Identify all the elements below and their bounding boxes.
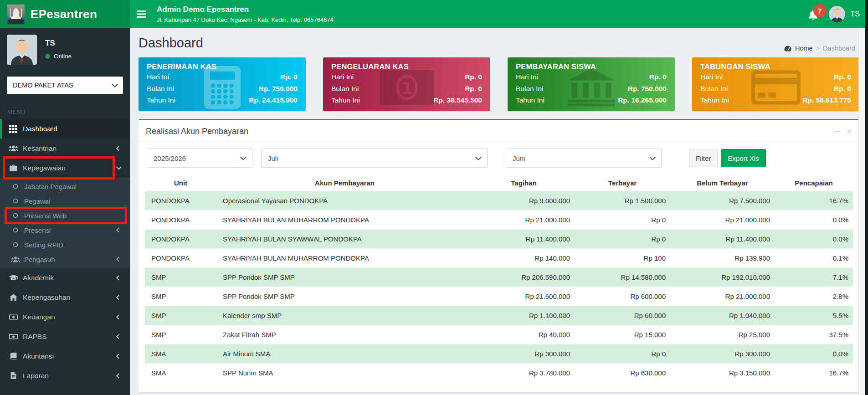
sidebar-item-kesantrian[interactable]: Kesantrian: [0, 139, 130, 158]
institution-address: Jl. Kahuripan 47 Doko Kec. Ngasem - Kab.…: [157, 16, 334, 23]
stat-label: Bulan Ini: [331, 83, 359, 95]
sidebar-item-akuntansi[interactable]: Akuntansi: [0, 346, 130, 366]
stat-label: Tahun Ini: [331, 94, 360, 106]
brand-name: EPesantren: [31, 7, 97, 21]
sidebar-item-dashboard[interactable]: Dashboard: [0, 119, 130, 139]
table-cell: Zakat Fitrah SMP: [216, 325, 473, 344]
sidebar-item-label: Setting RFID: [24, 241, 63, 249]
table-cell: Rp 0: [575, 210, 670, 230]
user-avatar: [829, 6, 845, 22]
table-cell: PONDOKPA: [145, 210, 216, 230]
sidebar-item-kepengasuhan[interactable]: Kepengasuhan: [0, 287, 130, 307]
table-cell: Rp 600.000: [575, 287, 670, 306]
close-icon[interactable]: [847, 129, 852, 134]
user-menu-button[interactable]: TS: [829, 6, 860, 22]
table-cell: 0.0%: [775, 344, 853, 364]
table-cell: Rp 25.000: [670, 325, 775, 344]
collapse-icon[interactable]: [834, 128, 840, 134]
month-from-value: Juli: [268, 154, 278, 162]
menu-section-header: MENU: [7, 108, 130, 115]
table-cell: Operasional Yayasan PONDOKPA: [216, 191, 473, 210]
table-cell: Rp 0: [575, 344, 670, 364]
chevron-left-icon: [117, 295, 122, 300]
table-cell: Air Minum SMA: [216, 344, 473, 364]
sidebar-item-rapbs[interactable]: RAPBS: [0, 327, 130, 346]
table-cell: SYAHRIYAH BULAN SYAWWAL PONDOKPA: [216, 230, 473, 249]
breadcrumb: Home > Dashboard: [784, 45, 855, 52]
stat-card-tabungan-siswa: TABUNGAN SISWAHari IniRp. 0Bulan IniRp. …: [692, 57, 859, 111]
circle-o-icon: [11, 198, 20, 204]
panel-title: Realisasi Akun Pembayaran: [146, 127, 248, 136]
stat-label: Hari Ini: [516, 71, 538, 83]
tachometer-icon: [784, 45, 792, 52]
stat-card-title: PENERIMAAN KAS: [147, 62, 298, 71]
stat-row: Bulan IniRp. 750.000: [516, 83, 667, 95]
brand-header[interactable]: EPesantren: [0, 0, 130, 28]
table-row: SMPZakat Fitrah SMPRp 40.000Rp 15.000Rp …: [145, 325, 853, 344]
stat-card-title: PENGELUARAN KAS: [331, 62, 482, 71]
sidebar-item-akademik[interactable]: Akademik: [0, 268, 130, 287]
table-cell: Rp 3.780.000: [473, 364, 575, 383]
column-header-akun-pembayaran: Akun Pembayaran: [216, 175, 473, 191]
table-cell: Rp 60.000: [575, 306, 670, 325]
table-cell: Rp 1.040.000: [670, 306, 775, 325]
table-row: SMPSPP Pondok SMP SMPRp 21.600.000Rp 600…: [145, 287, 853, 306]
sidebar-item-pegawai[interactable]: Pegawai: [0, 194, 130, 208]
year-select-value: 2025/2026: [154, 154, 186, 162]
export-xls-button[interactable]: Export Xls: [721, 149, 765, 167]
notifications-button[interactable]: 7: [808, 10, 818, 20]
breadcrumb-home-link[interactable]: Home: [795, 45, 813, 52]
column-header-belum-terbayar: Belum Terbayar: [670, 175, 775, 191]
sidebar-item-jabatan-pegawai[interactable]: Jabatan Pegawai: [0, 179, 130, 194]
chevron-down-icon: [117, 165, 122, 170]
month-to-select[interactable]: Juni: [506, 149, 662, 168]
chevron-left-icon: [117, 354, 122, 359]
stat-row: Hari IniRp. 0: [147, 71, 298, 83]
table-cell: 16.7%: [775, 364, 853, 383]
sidebar-item-label: Kesantrian: [23, 144, 56, 153]
sidebar-item-label: Pengasuh: [24, 256, 55, 263]
sidebar-item-label: Akuntansi: [23, 352, 54, 360]
sidebar-item-presensi[interactable]: Presensi: [0, 223, 130, 237]
users-icon: [8, 145, 19, 152]
table-cell: SMP: [145, 268, 216, 287]
table-row: SMASPP Nurim SMARp 3.780.000Rp 630.000Rp…: [145, 364, 853, 383]
table-row: PONDOKPASYAHRIYAH BULAN MUHARROM PONDOKP…: [145, 210, 853, 230]
sidebar-item-label: Akademik: [23, 274, 54, 282]
sidebar-item-setting-rfid[interactable]: Setting RFID: [0, 237, 130, 252]
package-select[interactable]: DEMO PAKET ATAS: [7, 77, 123, 94]
table-cell: Rp 21.000.000: [670, 287, 775, 306]
table-cell: SMA: [145, 364, 216, 383]
stat-row: Tahun IniRp. 38.545.500: [331, 94, 482, 106]
sidebar-item-kepegawaian[interactable]: Kepegawaian: [0, 158, 130, 178]
table-cell: 5.5%: [775, 306, 853, 325]
sidebar-toggle-button[interactable]: [130, 0, 153, 28]
table-cell: PONDOKPA: [145, 191, 216, 210]
home-icon: [8, 294, 19, 301]
table-cell: SMA: [145, 344, 216, 364]
stat-label: Bulan Ini: [147, 83, 174, 95]
table-cell: PONDOKPA: [145, 249, 216, 268]
bars-icon: [137, 10, 146, 18]
sidebar-item-laporan[interactable]: Laporan: [0, 366, 130, 385]
stat-value: Rp. 750.000: [259, 83, 298, 95]
table-cell: Rp 206.590.000: [473, 268, 575, 287]
table-cell: Rp 21.600.000: [473, 287, 575, 306]
sidebar-item-presensi-web[interactable]: Presensi Web: [0, 208, 130, 223]
table-cell: SMP: [145, 325, 216, 344]
table-cell: Rp 15.000: [575, 325, 670, 344]
month-from-select[interactable]: Juli: [261, 149, 488, 168]
circle-o-icon: [11, 213, 20, 218]
sidebar-item-label: Presensi: [24, 226, 51, 234]
table-cell: PONDOKPA: [145, 230, 216, 249]
chevron-left-icon: [117, 275, 122, 280]
scrollbar[interactable]: [858, 28, 865, 395]
window-edge: [865, 0, 868, 395]
sidebar-user-status[interactable]: Online: [45, 53, 72, 60]
sidebar-item-pengasuh[interactable]: Pengasuh: [0, 252, 130, 267]
table-row: PONDOKPASYAHRIYAH BULAN SYAWWAL PONDOKPA…: [145, 230, 853, 249]
year-select[interactable]: 2025/2026: [147, 149, 252, 168]
filter-button[interactable]: Filter: [689, 149, 718, 167]
table-cell: Kalender smp SMP: [216, 306, 473, 325]
sidebar-item-keuangan[interactable]: Keuangan: [0, 307, 130, 327]
